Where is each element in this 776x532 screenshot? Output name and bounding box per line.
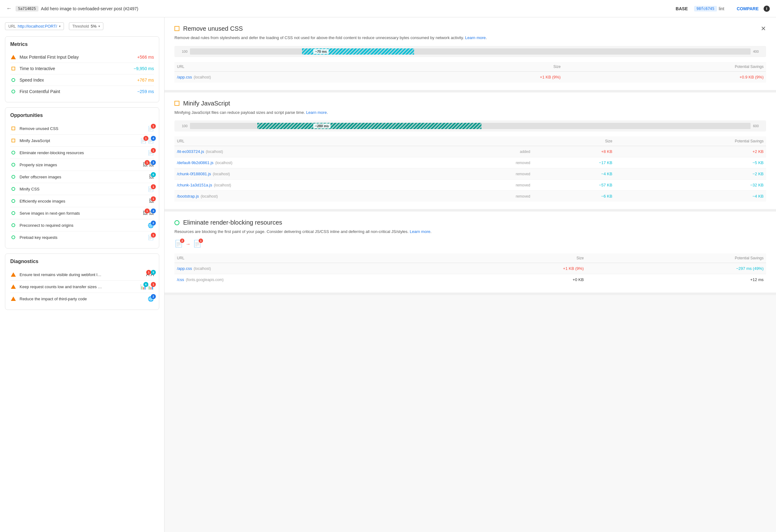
opportunity-row[interactable]: Properly size images 🖼 1 🖼 3: [10, 159, 154, 171]
table-row: /default-9b2d0861.js (localhost) removed…: [174, 157, 766, 169]
badge-container: 🖼 1: [143, 210, 148, 216]
threshold-label: Threshold: [72, 24, 89, 29]
close-button[interactable]: ✕: [761, 25, 766, 32]
arrow-icon: →: [186, 241, 191, 247]
col-size: Size: [449, 253, 586, 263]
table-row: /chunk-1a3d151a.js (localhost) removed −…: [174, 180, 766, 191]
diag-name: Keep request counts low and transfer siz…: [20, 284, 140, 289]
opp-badges: 🖼 1 🖼 3: [143, 210, 154, 216]
header: ← 5a714025 Add hero image to overloaded-…: [0, 0, 776, 17]
base-commit-badge: 5a714025: [15, 6, 38, 11]
circle-green-icon: [10, 234, 16, 240]
audit-header: Minify JavaScript: [174, 100, 766, 107]
size-cell: +1 KB (9%): [408, 71, 563, 82]
badge-container: 📄 1: [148, 186, 154, 192]
learn-more-link[interactable]: Learn more: [306, 110, 327, 115]
diagnostic-row[interactable]: Reduce the impact of third-party code 🌐 …: [10, 293, 154, 305]
savings-cell: +2 KB: [615, 146, 766, 157]
badge: 1: [151, 148, 156, 153]
back-button[interactable]: ←: [6, 5, 12, 12]
circle-green-icon: [10, 174, 16, 180]
base-label: BASE: [676, 6, 688, 11]
badge-container: 🖼 3: [149, 162, 154, 168]
circle-green-icon: [10, 210, 16, 216]
badge: 3: [151, 209, 156, 213]
audit-table: URL Size Potential Savings /app.css (loc…: [174, 62, 766, 82]
audit-description: Resources are blocking the first paint o…: [174, 229, 766, 235]
square-orange-icon: [174, 26, 179, 31]
audit-title: Minify JavaScript: [183, 100, 766, 107]
badge-container: 🌐 2: [148, 222, 154, 228]
badge: 3: [151, 160, 156, 165]
url-cell: /app.css (localhost): [174, 71, 408, 82]
diagnostic-row[interactable]: Ensure text remains visible during webfo…: [10, 269, 154, 281]
savings-cell: +12 ms: [586, 274, 766, 285]
bar-label-right: 400: [753, 50, 762, 53]
opportunity-row[interactable]: Minify JavaScript 📄 1 📄 4: [10, 135, 154, 147]
opp-badges: 🌐 2: [148, 222, 154, 228]
badge-container: 📄 4: [148, 138, 154, 144]
bar-annotation: −280 ms: [313, 123, 331, 128]
right-panel: Remove unused CSS ✕ Remove dead rules fr…: [165, 17, 776, 532]
audit-bar: 100 −280 ms 600: [174, 120, 766, 131]
opp-badges: 📄 1: [148, 186, 154, 192]
circle-green-icon: [10, 198, 16, 204]
opportunity-row[interactable]: Defer offscreen images 🖼 6: [10, 171, 154, 183]
opportunity-row[interactable]: Preconnect to required origins 🌐 2: [10, 219, 154, 231]
triangle-icon: [10, 284, 16, 290]
opportunity-row[interactable]: Eliminate render-blocking resources 📄 1: [10, 147, 154, 159]
table-row: /bootstrap.js (localhost) removed −6 KB …: [174, 191, 766, 202]
render-icons-row: 📄 2 → 📄 1: [174, 240, 766, 248]
url-selector[interactable]: URL http://localhost:PORT/ ▾: [5, 22, 64, 30]
threshold-chevron-icon: ▾: [99, 24, 100, 28]
learn-more-link[interactable]: Learn more: [465, 35, 486, 40]
opp-badges: 📄 1: [148, 235, 154, 240]
diag-badges: A 1 A 5: [146, 272, 154, 277]
opportunity-row[interactable]: Efficiently encode images 🖼 1: [10, 195, 154, 207]
url-cell: /css (fonts.googleapis.com): [174, 274, 449, 285]
bar-annotation: −70 ms: [313, 49, 329, 54]
opportunity-row[interactable]: Remove unused CSS 📄 1: [10, 122, 154, 135]
opportunity-row[interactable]: Minify CSS 📄 1: [10, 183, 154, 195]
audit-title: Eliminate render-blocking resources: [183, 219, 766, 226]
metrics-section: Metrics Max Potential First Input Delay …: [5, 36, 159, 102]
opportunities-title: Opportunities: [10, 112, 154, 118]
threshold-selector[interactable]: Threshold 5% ▾: [69, 22, 104, 30]
metric-row: First Contentful Paint −259 ms: [10, 86, 154, 97]
opportunity-row[interactable]: Preload key requests 📄 1: [10, 231, 154, 243]
status-cell: added: [445, 146, 533, 157]
badge-container: 🖼 1: [143, 162, 148, 168]
savings-cell: −2 KB: [615, 169, 766, 180]
metric-value: +767 ms: [137, 77, 154, 82]
circle-green-icon: [10, 186, 16, 192]
opp-name: Minify CSS: [20, 187, 148, 191]
url-label: URL: [8, 24, 16, 29]
learn-more-link[interactable]: Learn more: [410, 229, 430, 234]
col-url: URL: [174, 62, 408, 72]
diagnostic-row[interactable]: Keep request counts low and transfer siz…: [10, 281, 154, 293]
badge-container: 📄 1: [148, 150, 154, 156]
url-cell: /app.css (localhost): [174, 263, 449, 274]
badge-container: 📊 1: [148, 284, 154, 290]
audit-description: Minifying JavaScript files can reduce pa…: [174, 109, 766, 116]
url-cell: /lit-ec003724.js (localhost): [174, 146, 445, 157]
status-cell: removed: [445, 180, 533, 191]
triangle-icon: [10, 296, 16, 302]
info-button[interactable]: i: [764, 6, 770, 12]
opportunity-row[interactable]: Serve images in next-gen formats 🖼 1 🖼 3: [10, 207, 154, 219]
audit-minify-javascript: Minify JavaScript Minifying JavaScript f…: [165, 92, 776, 212]
opp-badges: 📄 1 📄 4: [140, 138, 154, 144]
col-savings: Potential Savings: [615, 137, 766, 146]
opp-name: Minify JavaScript: [20, 139, 140, 143]
render-badge: 1: [199, 239, 203, 243]
compare-button[interactable]: COMPARE: [737, 6, 759, 11]
audit-bar: 100 −70 ms 400: [174, 46, 766, 57]
audit-header: Eliminate render-blocking resources: [174, 219, 766, 226]
size-cell: −57 KB: [533, 180, 615, 191]
status-cell: removed: [445, 157, 533, 169]
badge: 1: [151, 184, 156, 189]
metric-name: Speed Index: [20, 77, 137, 82]
diag-badges: 📊 6 📊 1: [140, 284, 154, 290]
metrics-title: Metrics: [10, 42, 154, 47]
circle-green-icon: [174, 220, 179, 225]
